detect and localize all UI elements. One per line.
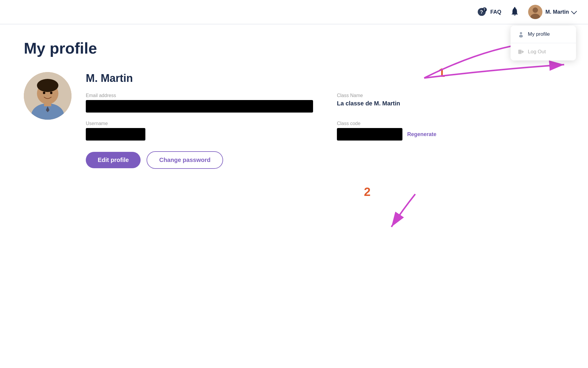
faq-link[interactable]: ? ? FAQ	[477, 6, 501, 18]
my-profile-label: My profile	[528, 31, 550, 37]
username-field-group: Username	[86, 121, 313, 141]
user-name-label: M. Martin	[545, 9, 569, 15]
username-label: Username	[86, 121, 313, 126]
profile-display-name: M. Martin	[86, 72, 564, 85]
fields-grid: Email address Class Name La classe de M.…	[86, 93, 564, 141]
header-nav: ? ? FAQ M. Mar	[477, 5, 576, 19]
logout-icon	[518, 49, 524, 55]
class-name-field-group: Class Name La classe de M. Martin	[337, 93, 564, 113]
main-content: My profile	[0, 24, 588, 184]
regenerate-button[interactable]: Regenerate	[407, 131, 436, 138]
class-code-label: Class code	[337, 121, 564, 126]
user-menu-area: M. Martin My profile	[528, 5, 576, 19]
svg-point-18	[50, 92, 52, 94]
username-redacted	[86, 128, 145, 141]
avatar	[528, 5, 542, 19]
class-code-row: Regenerate	[337, 128, 564, 141]
user-dropdown-menu: My profile Log Out	[511, 26, 576, 60]
faq-icon: ? ?	[477, 6, 488, 18]
logout-menu-item[interactable]: Log Out	[511, 43, 576, 60]
class-name-value: La classe de M. Martin	[337, 100, 564, 107]
class-code-field-group: Class code Regenerate	[337, 121, 564, 141]
svg-point-6	[533, 7, 538, 13]
page-title: My profile	[24, 39, 564, 57]
class-code-redacted	[337, 128, 402, 141]
action-buttons: Edit profile Change password	[86, 151, 564, 169]
header: ? ? FAQ M. Mar	[0, 0, 588, 24]
profile-details: M. Martin Email address Class Name La cl…	[86, 72, 564, 169]
class-name-label: Class Name	[337, 93, 564, 98]
faq-label: FAQ	[490, 9, 501, 15]
svg-point-9	[519, 35, 523, 38]
chevron-down-icon	[571, 8, 577, 14]
logout-label: Log Out	[528, 49, 546, 55]
profile-section: M. Martin Email address Class Name La cl…	[24, 72, 564, 169]
email-field-group: Email address	[86, 93, 313, 113]
svg-point-4	[514, 7, 515, 8]
email-label: Email address	[86, 93, 313, 98]
email-redacted	[86, 100, 313, 113]
my-profile-menu-item[interactable]: My profile	[511, 26, 576, 43]
user-menu-trigger[interactable]: M. Martin	[528, 5, 576, 19]
bell-icon[interactable]	[510, 7, 520, 17]
step-1-annotation: 1	[438, 66, 445, 79]
change-password-button[interactable]: Change password	[147, 151, 223, 169]
svg-point-8	[520, 32, 522, 34]
profile-avatar-large	[24, 72, 71, 120]
svg-point-17	[43, 92, 45, 94]
annotation-arrows-2	[368, 185, 433, 239]
person-icon	[518, 31, 524, 38]
svg-point-16	[37, 79, 58, 92]
svg-text:?: ?	[483, 8, 485, 11]
edit-profile-button[interactable]: Edit profile	[86, 152, 141, 168]
